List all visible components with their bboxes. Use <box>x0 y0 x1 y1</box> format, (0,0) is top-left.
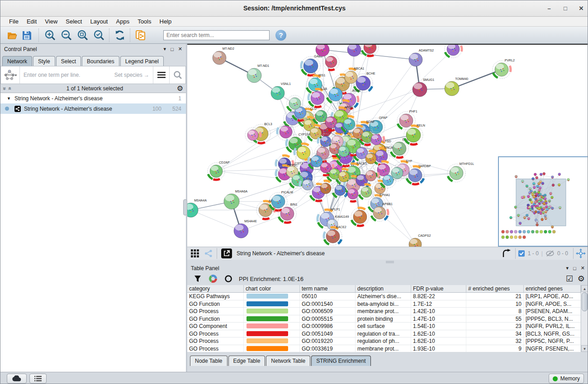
expand-all-icon[interactable]: » <box>6 87 13 90</box>
zoom-in-icon[interactable] <box>44 29 57 42</box>
string-logo-icon[interactable]: STRING <box>1 66 20 84</box>
tab-string-enrichment[interactable]: STRING Enrichment <box>311 356 370 366</box>
grid-view-icon[interactable] <box>189 248 201 259</box>
table-row[interactable]: GO FunctionGO:0001540beta-amyloid bi...1… <box>187 300 588 308</box>
scroll-down-icon[interactable]: ▼ <box>581 345 588 352</box>
table-scrollbar[interactable]: ▲ ▼ <box>581 285 588 352</box>
selected-checkbox-icon[interactable] <box>518 250 525 257</box>
pan-move-icon[interactable] <box>576 248 586 258</box>
column-header[interactable]: enriched genes <box>524 285 581 292</box>
network-node[interactable] <box>361 45 379 56</box>
network-node[interactable]: TOMM40 <box>445 77 468 96</box>
network-row[interactable]: String Network - Alzheimer's disease 100… <box>0 103 186 114</box>
zoom-out-icon[interactable] <box>60 29 73 42</box>
export-network-icon[interactable] <box>501 248 513 259</box>
maximize-button[interactable]: □ <box>560 4 571 13</box>
refresh-icon[interactable] <box>114 29 126 42</box>
table-row[interactable]: GO ProcessGO:0006509membrane prot...1.42… <box>187 308 588 315</box>
cloud-button[interactable] <box>7 374 27 384</box>
ring-chart-icon[interactable] <box>223 273 234 284</box>
tab-legend-panel[interactable]: Legend Panel <box>120 56 164 66</box>
tab-network-table[interactable]: Network Table <box>266 356 310 366</box>
network-node[interactable]: MS4A4E <box>234 220 257 238</box>
table-row[interactable]: KEGG Pathways05010Alzheimer's dise...8.8… <box>187 293 588 300</box>
string-search-icon[interactable] <box>169 66 185 84</box>
menu-help[interactable]: Help <box>156 18 176 25</box>
table-row[interactable]: GO ProcessGO:0019220regulation of ph...1… <box>187 337 588 345</box>
filter-icon[interactable] <box>192 273 204 284</box>
panel-menu-icon[interactable]: ▾ <box>164 46 166 52</box>
search-input[interactable] <box>163 30 270 40</box>
menu-edit[interactable]: Edit <box>23 18 41 25</box>
network-node[interactable] <box>323 54 339 70</box>
hidden-eye-icon[interactable] <box>545 250 555 257</box>
network-node[interactable] <box>347 45 361 56</box>
column-header[interactable]: chart color <box>244 285 300 292</box>
tab-network[interactable]: Network <box>2 56 32 66</box>
tab-style[interactable]: Style <box>33 56 55 66</box>
network-node[interactable] <box>316 45 329 56</box>
network-node[interactable] <box>359 184 374 200</box>
select-terms-icon[interactable]: ☑ <box>566 274 573 284</box>
tab-edge-table[interactable]: Edge Table <box>228 356 266 366</box>
tab-node-table[interactable]: Node Table <box>190 356 228 366</box>
panel-close-icon[interactable]: ✕ <box>581 265 585 271</box>
birds-eye-view[interactable] <box>498 156 588 247</box>
open-session-icon[interactable] <box>6 29 19 42</box>
network-node[interactable]: MS4A6A <box>224 190 248 209</box>
network-node[interactable] <box>351 208 369 226</box>
menu-apps[interactable]: Apps <box>112 18 134 25</box>
network-node[interactable]: CD2AP <box>208 161 230 180</box>
save-session-icon[interactable] <box>20 29 33 42</box>
menu-file[interactable]: File <box>5 18 23 25</box>
network-node[interactable] <box>245 127 261 143</box>
task-list-button[interactable] <box>29 374 47 384</box>
memory-button[interactable]: Memory <box>549 374 584 384</box>
menu-tools[interactable]: Tools <box>133 18 155 25</box>
network-node[interactable]: CADPS2 <box>409 234 431 247</box>
table-row[interactable]: GO FunctionGO:0005515protein binding1.47… <box>187 315 588 323</box>
network-node[interactable]: TARDBP <box>406 164 431 184</box>
table-row[interactable]: GO ProcessGO:0051049regulation of tra...… <box>187 330 588 338</box>
network-options-gear-icon[interactable]: ⚙ <box>177 84 183 93</box>
network-node[interactable]: MS4A4A <box>187 199 207 217</box>
zoom-selected-icon[interactable] <box>93 29 105 42</box>
panel-float-icon[interactable]: □ <box>573 266 576 271</box>
network-node[interactable]: PVRL2 <box>493 59 515 79</box>
scroll-up-icon[interactable]: ▲ <box>581 285 588 292</box>
close-button[interactable]: ✕ <box>575 4 587 13</box>
menu-layout[interactable]: Layout <box>86 18 112 25</box>
network-node[interactable]: ADAMTS2 <box>409 49 434 66</box>
network-node[interactable]: SMUG1 <box>413 78 434 97</box>
column-header[interactable]: term name <box>300 285 356 292</box>
scrollbar-thumb[interactable] <box>582 292 588 311</box>
minimize-button[interactable]: – <box>543 4 555 13</box>
collection-expander-icon[interactable]: ▼ <box>7 96 11 101</box>
column-header[interactable]: # enriched genes <box>466 285 524 292</box>
table-row[interactable]: GO ComponentGO:0009986cell surface1.54E-… <box>187 323 588 330</box>
splitter-handle[interactable] <box>183 199 187 215</box>
panel-menu-icon[interactable]: ▾ <box>566 265 569 271</box>
network-edge[interactable] <box>379 213 415 244</box>
enrichment-settings-gear-icon[interactable]: ⚙ <box>578 274 585 284</box>
column-header[interactable]: description <box>356 285 411 292</box>
set-species-label[interactable]: Set species → <box>114 72 149 78</box>
network-node[interactable]: DLG4 <box>390 138 411 158</box>
column-header[interactable]: category <box>187 285 244 292</box>
network-node[interactable]: MT-ND2 <box>213 47 234 65</box>
string-query-input[interactable] <box>20 72 114 78</box>
network-node[interactable]: MT-ND1 <box>247 64 269 83</box>
menu-select[interactable]: Select <box>62 18 86 25</box>
network-node[interactable] <box>445 45 462 58</box>
tab-select[interactable]: Select <box>56 56 81 66</box>
network-node[interactable]: GAB2 <box>301 55 322 75</box>
menu-view[interactable]: View <box>41 18 62 25</box>
panel-float-icon[interactable]: □ <box>171 47 174 52</box>
open-in-browser-icon[interactable] <box>221 248 232 258</box>
zoom-fit-icon[interactable] <box>76 29 89 42</box>
network-edge[interactable] <box>191 210 241 231</box>
help-icon[interactable]: ? <box>275 30 286 41</box>
pie-chart-icon[interactable] <box>207 273 219 284</box>
network-node[interactable]: MTHFD1L <box>447 162 474 182</box>
panel-close-icon[interactable]: ✕ <box>178 46 182 52</box>
